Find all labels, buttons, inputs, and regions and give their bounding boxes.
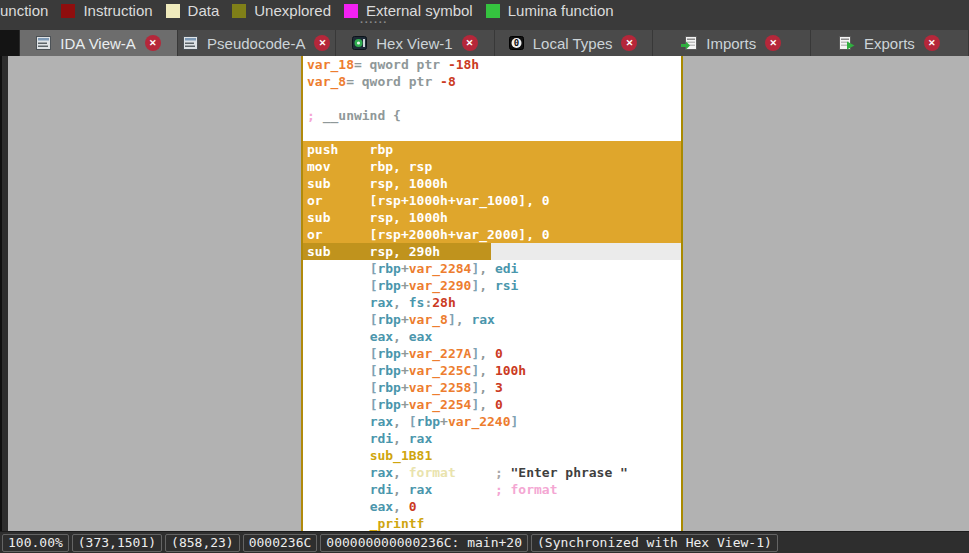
tab-exports[interactable]: Exports✕ [811, 30, 969, 56]
left-edge-strip [0, 56, 8, 531]
tab-imports[interactable]: Imports✕ [653, 30, 811, 56]
status-segment: (Synchronized with Hex View-1) [531, 534, 778, 552]
tab-label: IDA View-A [60, 35, 136, 52]
tab-close-button[interactable]: ✕ [314, 35, 330, 51]
legend-label: unction [0, 1, 48, 20]
asm-line[interactable]: eax, eax [303, 328, 681, 345]
status-segment: 000000000000236C: main+20 [320, 534, 528, 552]
ida-window: unctionInstructionDataUnexploredExternal… [0, 0, 969, 553]
asm-line[interactable]: [rbp+var_2254], 0 [303, 396, 681, 413]
tab-label: Imports [706, 35, 756, 52]
tab-hex-view-1[interactable]: Hex View-1✕ [336, 30, 494, 56]
types-icon: 0 [509, 36, 524, 50]
tab-label: Local Types [533, 35, 613, 52]
legend-item: Unexplored [232, 0, 331, 20]
asm-line[interactable]: [rbp+var_2284], edi [303, 260, 681, 277]
asm-line[interactable] [303, 90, 681, 107]
tab-close-button[interactable]: ✕ [924, 35, 940, 51]
view-tab-bar: IDA View-A✕Pseudocode-A✕Hex View-1✕0Loca… [0, 30, 969, 56]
tab-label: Pseudocode-A [207, 35, 305, 52]
exports-icon [839, 36, 855, 50]
imports-icon [681, 36, 697, 50]
legend-color-swatch [344, 4, 358, 18]
asm-line[interactable]: rax, [rbp+var_2240] [303, 413, 681, 430]
asm-line[interactable]: rdi, rax ; format [303, 481, 681, 498]
legend-color-swatch [61, 4, 75, 18]
asm-line[interactable]: push rbp [303, 141, 681, 158]
asm-line[interactable]: rax, fs:28h [303, 294, 681, 311]
color-legend-bar: unctionInstructionDataUnexploredExternal… [0, 0, 969, 30]
legend-color-swatch [232, 4, 246, 18]
asm-line[interactable]: ; __unwind { [303, 107, 681, 124]
asm-line[interactable]: sub rsp, 290h [303, 243, 681, 260]
asm-line[interactable]: [rbp+var_8], rax [303, 311, 681, 328]
asm-line[interactable]: eax, 0 [303, 498, 681, 515]
asm-line[interactable]: rdi, rax [303, 430, 681, 447]
status-segment: (373,1501) [72, 534, 162, 552]
legend-label: Unexplored [254, 1, 331, 20]
asm-line[interactable]: or [rsp+2000h+var_2000], 0 [303, 226, 681, 243]
status-segment: 100.00% [2, 534, 69, 552]
asm-line[interactable]: var_8= qword ptr -8 [303, 73, 681, 90]
tab-close-button[interactable]: ✕ [765, 35, 781, 51]
status-segment: (858,23) [165, 534, 240, 552]
legend-color-swatch [166, 4, 180, 18]
hex-icon [352, 36, 367, 50]
tab-label: Exports [864, 35, 915, 52]
asm-line[interactable]: sub rsp, 1000h [303, 175, 681, 192]
legend-item: unction [0, 0, 48, 20]
disassembly-node[interactable]: var_18= qword ptr -18hvar_8= qword ptr -… [301, 56, 683, 531]
legend-item: Instruction [61, 0, 152, 20]
asm-line[interactable]: [rbp+var_225C], 100h [303, 362, 681, 379]
legend-color-swatch [486, 4, 500, 18]
tab-ida-view-a[interactable]: IDA View-A✕ [20, 30, 178, 56]
asm-line[interactable]: or [rsp+1000h+var_1000], 0 [303, 192, 681, 209]
svg-text:0: 0 [513, 38, 518, 48]
status-bar: 100.00%(373,1501)(858,23)0000236C0000000… [0, 531, 969, 553]
tab-close-button[interactable]: ✕ [462, 35, 478, 51]
tab-pseudocode-a[interactable]: Pseudocode-A✕ [178, 30, 336, 56]
tab-local-types[interactable]: 0Local Types✕ [495, 30, 653, 56]
legend-label: Lumina function [508, 1, 614, 20]
asm-line[interactable]: sub rsp, 1000h [303, 209, 681, 226]
disassembly-listing: var_18= qword ptr -18hvar_8= qword ptr -… [303, 56, 681, 531]
legend-item: Data [166, 0, 220, 20]
tab-label: Hex View-1 [376, 35, 452, 52]
asm-line[interactable]: var_18= qword ptr -18h [303, 56, 681, 73]
legend-label: Data [188, 1, 220, 20]
legend-item: Lumina function [486, 0, 614, 20]
status-segment: 0000236C [243, 534, 318, 552]
asm-line[interactable]: sub_1B81 [303, 447, 681, 464]
asm-line[interactable]: rax, format ; "Enter phrase " [303, 464, 681, 481]
asm-line[interactable] [303, 124, 681, 141]
tab-close-button[interactable]: ✕ [145, 35, 161, 51]
asm-line[interactable]: [rbp+var_2290], rsi [303, 277, 681, 294]
dock-handle[interactable]: ······ [360, 17, 388, 27]
legend-label: Instruction [83, 1, 152, 20]
tab-close-button[interactable]: ✕ [621, 35, 637, 51]
asm-line[interactable]: mov rbp, rsp [303, 158, 681, 175]
asm-line[interactable]: [rbp+var_227A], 0 [303, 345, 681, 362]
asm-line[interactable]: [rbp+var_2258], 3 [303, 379, 681, 396]
disasm-icon [36, 36, 51, 50]
disasm-icon [183, 36, 198, 50]
tab-bar-corner [0, 30, 20, 56]
graph-view-background[interactable]: var_18= qword ptr -18hvar_8= qword ptr -… [0, 56, 969, 531]
asm-line[interactable]: _printf [303, 515, 681, 531]
